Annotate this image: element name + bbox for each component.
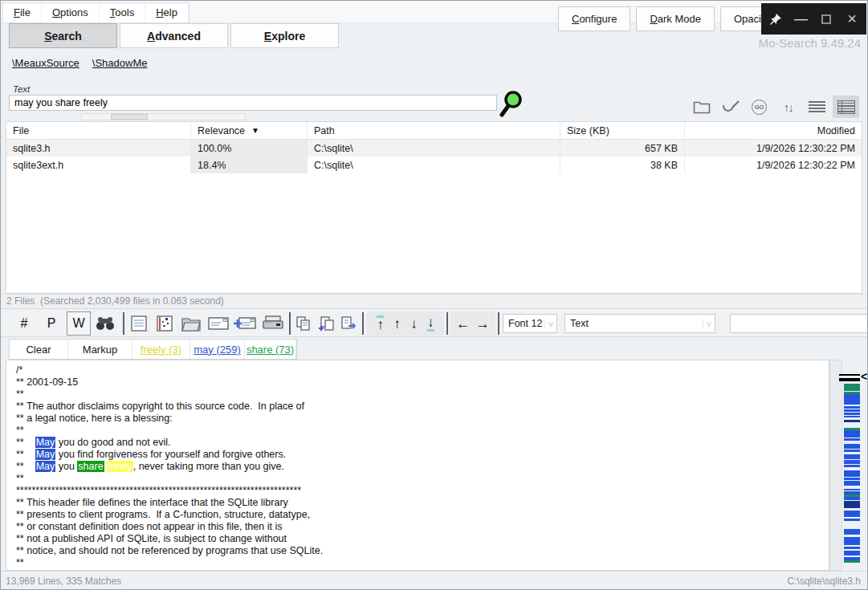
sort-button[interactable]: ↑↓ (775, 96, 801, 118)
minimap-match-bar (844, 560, 860, 563)
preview-scrollbar[interactable] (829, 360, 842, 571)
configure-button[interactable]: Configure (558, 6, 630, 31)
minimap-match-bar (844, 551, 860, 555)
menu-options[interactable]: Options (42, 3, 100, 22)
find-button[interactable] (91, 311, 120, 336)
minimize-button[interactable]: — (790, 8, 813, 31)
maximize-icon (821, 14, 831, 24)
minimap-match-bar (844, 438, 860, 441)
results-horizontal-scrollbar[interactable] (81, 113, 246, 120)
dark-mode-button[interactable]: Dark Mode (636, 6, 715, 31)
source-link-meauxsource[interactable]: \MeauxSource (12, 57, 79, 69)
sort-arrows-icon: ↑↓ (784, 100, 793, 114)
quick-filter-input[interactable] (730, 314, 868, 333)
go-button[interactable]: GO (746, 96, 772, 118)
app-version: Mo-Search 9.49.24 (758, 36, 861, 50)
tab-search[interactable]: Search (9, 23, 117, 48)
print-button[interactable] (259, 311, 287, 336)
email-button[interactable] (206, 311, 231, 336)
column-header-path[interactable]: Path (308, 122, 560, 139)
preview-line: ** The author disclaims copyright to thi… (16, 401, 829, 413)
detail-view-button[interactable] (833, 96, 859, 118)
preview-line: ** presents to client programs. If a C-f… (16, 509, 829, 521)
highlight-may: May (35, 461, 56, 472)
pin-button[interactable] (764, 8, 787, 31)
preview-line: ** (16, 389, 829, 401)
minimap-position-indicator: < (839, 372, 868, 384)
folder-button[interactable] (178, 311, 204, 336)
results-header-row: FileRelevance▼PathSize (KB)Modified (6, 122, 862, 140)
back-button[interactable]: ← (456, 317, 470, 331)
view-mode-select[interactable]: Text v (564, 314, 715, 333)
scrollbar-thumb[interactable] (111, 114, 148, 120)
last-match-button[interactable]: ↓ (427, 315, 434, 332)
copy-add-icon (318, 315, 336, 332)
preview-pane[interactable]: /*** 2001-09-15**** The author disclaims… (6, 360, 829, 571)
preview-line: ** a legal notice, here is a blessing: (16, 413, 829, 425)
pipe-button[interactable] (717, 96, 744, 118)
position-caret-icon: < (861, 370, 867, 383)
preview-tab-markup[interactable]: Markup (68, 340, 132, 359)
cell: C:\sqlite\ (308, 140, 560, 157)
source-link-shadowme[interactable]: \ShadowMe (92, 57, 148, 69)
toolbar-separator (362, 312, 364, 335)
table-row[interactable]: sqlite3.h100.0%C:\sqlite\657 KB1/9/2026 … (6, 140, 862, 157)
toolbar-separator (498, 312, 499, 335)
edit-note-button[interactable] (153, 311, 177, 336)
font-size-select[interactable]: Font 12 v (503, 314, 557, 333)
email-add-button[interactable] (232, 311, 258, 336)
menu-help[interactable]: Help (145, 3, 189, 22)
preview-tab-may[interactable]: may (259) (190, 340, 245, 359)
highlight-share: share (77, 461, 104, 472)
minimap-match-bar (844, 511, 860, 517)
position-lines-icon (839, 374, 860, 381)
mode-button-#[interactable]: # (12, 311, 36, 336)
maximize-button[interactable] (815, 8, 837, 31)
mode-button-w[interactable]: W (67, 311, 91, 336)
new-note-button[interactable] (127, 311, 151, 336)
status-bar: 13,969 Lines, 335 Matches C:\sqlite\sqli… (1, 571, 867, 590)
export-icon (340, 315, 357, 332)
results-status: 2 Files (Searched 2,030,499 files in 0.0… (1, 294, 867, 307)
column-header-size-kb-[interactable]: Size (KB) (560, 122, 685, 139)
table-row[interactable]: sqlite3ext.h18.4%C:\sqlite\38 KB1/9/2026… (6, 157, 862, 173)
next-match-button[interactable]: ↓ (410, 317, 418, 331)
line-match-count: 13,969 Lines, 335 Matches (6, 576, 121, 587)
copy-button[interactable] (293, 311, 314, 336)
menu-file[interactable]: File (3, 3, 42, 22)
minimap-match-bar (844, 384, 860, 391)
column-header-modified[interactable]: Modified (685, 122, 862, 139)
list-view-button[interactable] (804, 96, 830, 118)
preview-line: ** 2001-09-15 (16, 376, 829, 389)
preview-tab-share[interactable]: share (73) (245, 340, 296, 359)
column-header-relevance[interactable]: Relevance▼ (191, 122, 308, 139)
search-button[interactable] (499, 90, 526, 122)
copy-add-button[interactable] (316, 311, 338, 336)
prev-match-button[interactable]: ↑ (393, 317, 401, 331)
export-button[interactable] (338, 311, 359, 336)
minimap-match-bar (844, 460, 860, 464)
close-button[interactable]: × (841, 8, 863, 31)
menu-tools[interactable]: Tools (100, 3, 145, 22)
document-markup-icon (156, 315, 173, 332)
window-controls: — × (761, 3, 866, 35)
column-header-file[interactable]: File (6, 122, 191, 139)
toolbar-separator (446, 312, 448, 335)
search-magnifier-icon (499, 90, 526, 119)
pin-icon (769, 13, 782, 26)
preview-line: ** (16, 425, 829, 437)
preview-line: /* (16, 364, 829, 376)
preview-line: ** (16, 473, 829, 485)
titlebar-buttons: ConfigureDark ModeOpacity (558, 6, 783, 31)
match-minimap[interactable] (844, 360, 860, 571)
mode-button-p[interactable]: P (39, 311, 63, 336)
tab-explore[interactable]: Explore (230, 23, 339, 48)
preview-tab-freely[interactable]: freely (3) (132, 340, 190, 359)
open-folder-button[interactable] (688, 96, 715, 118)
tab-advanced[interactable]: Advanced (120, 23, 228, 48)
history-nav-group: ← → (450, 311, 495, 336)
preview-tab-clear[interactable]: Clear (10, 340, 68, 359)
first-match-button[interactable]: ↑ (377, 315, 384, 332)
search-input[interactable] (9, 95, 497, 111)
forward-button[interactable]: → (476, 317, 490, 331)
